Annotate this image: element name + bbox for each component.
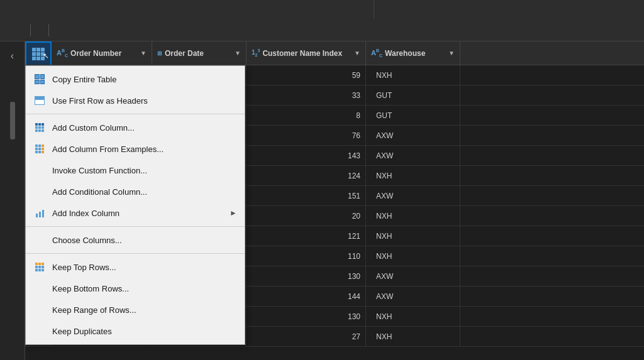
menu-item-keep-duplicates[interactable]: Keep Duplicates [26,320,245,342]
customer-name-cell: 76 [247,126,366,145]
menu-item-label: Keep Bottom Rows... [52,284,237,293]
menu-item-icon [33,261,46,273]
menu-item-label: Copy Entire Table [52,75,237,84]
menu-item-invoke-custom[interactable]: Invoke Custom Function... [26,160,245,181]
menu-item-add-custom-column[interactable]: Add Custom Column... [26,117,245,138]
customer-name-cell: 8 [247,106,366,125]
warehouse-dropdown-icon[interactable]: ▼ [448,50,455,57]
warehouse-cell: NXH [366,226,460,246]
customer-name-type-icon: 123 [252,48,260,57]
order-date-label: Order Date [165,49,204,58]
warehouse-cell: NXH [366,206,460,226]
main-content: ‹ ↖ ABC Order Number ▼ ⊞ Order Date [0,41,644,360]
menu-item-icon [33,143,46,155]
warehouse-label: Warehouse [385,49,425,58]
warehouse-cell: NXH [366,246,460,266]
customer-name-cell: 144 [247,286,366,306]
text-column-label [374,0,644,19]
menu-item-copy-entire-table[interactable]: Copy Entire Table [26,68,245,90]
col-header-warehouse[interactable]: ABC Warehouse ▼ [366,41,460,65]
warehouse-cell: NXH [366,166,460,185]
col-header-customer-name[interactable]: 123 Customer Name Index ▼ [247,41,366,65]
fx-icon [37,29,42,31]
menu-item-label: Invoke Custom Function... [52,166,237,175]
any-column-label [0,0,374,19]
col-header-order-date[interactable]: ⊞ Order Date ▼ [152,41,247,65]
cancel-button[interactable] [5,29,13,31]
warehouse-cell: AXW [366,286,460,306]
customer-name-cell: 27 [247,327,366,346]
confirm-button[interactable] [16,29,24,31]
customer-name-cell: 151 [247,186,366,205]
collapse-arrow[interactable]: ‹ [8,48,16,64]
menu-item-use-first-row[interactable]: Use First Row as Headers [26,90,245,111]
formula-bar [0,19,644,41]
menu-separator [26,226,245,227]
context-menu: Copy Entire Table Use First Row as Heade… [25,65,245,345]
order-number-dropdown-icon[interactable]: ▼ [140,50,147,57]
top-section-bar [0,0,644,19]
customer-name-cell: 33 [247,85,366,105]
customer-name-cell: 121 [247,226,366,246]
menu-item-icon [33,73,46,85]
menu-item-icon [33,234,46,246]
submenu-arrow-icon: ► [230,209,237,217]
table-area: ↖ ABC Order Number ▼ ⊞ Order Date ▼ 123 … [25,41,644,360]
menu-item-label: Use First Row as Headers [52,96,237,106]
order-date-dropdown-icon[interactable]: ▼ [235,50,241,57]
order-number-label: Order Number [70,49,121,58]
table-menu-button[interactable]: ↖ [25,41,52,65]
customer-name-dropdown-icon[interactable]: ▼ [354,50,360,57]
menu-item-label: Add Column From Examples... [52,145,237,154]
menu-item-label: Add Index Column [52,209,223,218]
col-header-order-number[interactable]: ABC Order Number ▼ [52,41,152,65]
customer-name-cell: 59 [247,65,366,85]
order-date-type-icon: ⊞ [157,50,162,57]
customer-name-label: Customer Name Index [262,49,342,58]
menu-item-icon [33,207,46,219]
customer-name-cell: 124 [247,166,366,185]
warehouse-cell: NXH [366,327,460,346]
menu-item-label: Keep Duplicates [52,327,237,336]
menu-item-keep-range-rows[interactable]: Keep Range of Rows... [26,299,245,320]
menu-item-icon [33,325,46,337]
menu-separator [26,253,245,254]
menu-item-icon [33,94,46,107]
menu-item-icon [33,303,46,316]
formula-separator [30,24,31,36]
menu-separator [26,114,245,114]
column-headers: ↖ ABC Order Number ▼ ⊞ Order Date ▼ 123 … [25,41,644,65]
menu-item-add-conditional[interactable]: Add Conditional Column... [26,181,245,202]
menu-item-icon [33,121,46,134]
menu-item-icon [33,164,46,177]
order-number-type-icon: ABC [57,48,68,58]
menu-item-label: Keep Top Rows... [52,263,237,272]
warehouse-cell: NXH [366,307,460,326]
customer-name-cell: 20 [247,206,366,226]
cursor-icon: ↖ [43,52,49,60]
menu-item-choose-columns[interactable]: Choose Columns... [26,229,245,251]
scroll-indicator [10,102,15,139]
menu-item-label: Add Conditional Column... [52,187,237,197]
left-sidebar: ‹ [0,41,25,360]
warehouse-cell: AXW [366,126,460,145]
warehouse-cell: GUT [366,85,460,105]
menu-item-keep-top-rows[interactable]: Keep Top Rows... [26,256,245,278]
menu-item-icon [33,282,46,295]
menu-item-label: Add Custom Column... [52,123,237,133]
menu-item-add-column-examples[interactable]: Add Column From Examples... [26,138,245,160]
menu-item-keep-bottom-rows[interactable]: Keep Bottom Rows... [26,278,245,299]
warehouse-type-icon: ABC [371,48,382,58]
warehouse-cell: AXW [366,266,460,286]
customer-name-cell: 143 [247,146,366,165]
menu-item-label: Choose Columns... [52,236,237,245]
warehouse-cell: NXH [366,65,460,85]
menu-item-icon [33,185,46,198]
customer-name-cell: 130 [247,266,366,286]
warehouse-cell: AXW [366,146,460,165]
menu-item-add-index[interactable]: Add Index Column ► [26,202,245,224]
menu-item-label: Keep Range of Rows... [52,305,237,315]
formula-separator2 [48,24,49,36]
warehouse-cell: GUT [366,106,460,125]
warehouse-cell: AXW [366,186,460,205]
